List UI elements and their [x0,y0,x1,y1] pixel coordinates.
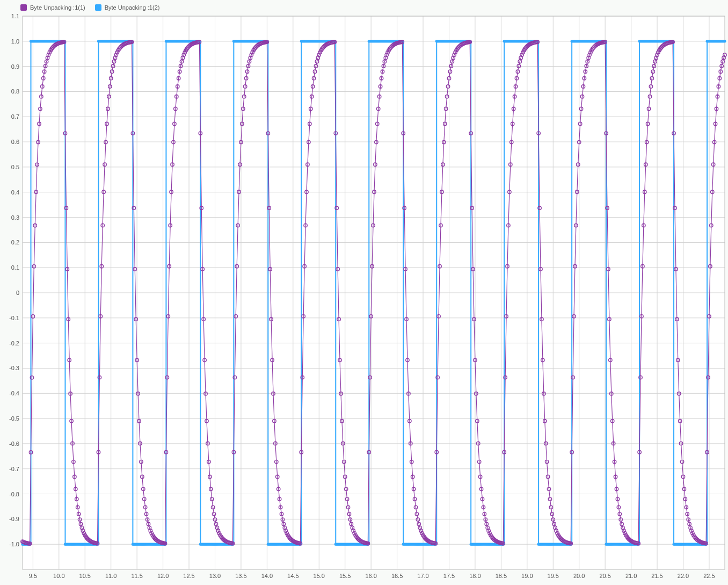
x-tick-label: 11.5 [131,573,142,579]
x-tick-label: 19.0 [521,573,533,579]
x-tick-label: 11.0 [105,573,117,579]
x-tick-label: 10.5 [79,573,91,579]
y-tick-label: 0.8 [11,88,19,95]
x-tick-label: 18.5 [496,573,507,579]
svg-point-726 [723,40,726,42]
x-tick-label: 20.0 [573,573,585,579]
y-tick-label: 0.4 [11,189,19,196]
y-tick-label: 0.3 [11,214,19,221]
x-tick-label: 9.5 [29,573,37,579]
x-tick-label: 17.0 [417,573,428,579]
y-tick-label: 0.2 [11,239,19,245]
x-tick-label: 16.5 [391,573,403,579]
x-tick-label: 22.5 [703,573,715,579]
y-tick-label: -0.4 [9,390,19,396]
y-tick-label: -0.1 [9,315,19,321]
y-tick-label: 0.7 [11,113,19,120]
x-tick-label: 12.5 [183,573,194,579]
y-tick-label: 0.9 [11,63,19,70]
x-tick-label: 20.5 [599,573,610,579]
y-tick-label: 0.5 [11,164,19,170]
y-tick-label: -0.7 [9,466,19,472]
y-tick-label: 1.0 [11,38,19,45]
x-tick-label: 21.5 [651,573,663,579]
x-tick-label: 14.0 [261,573,273,579]
x-tick-label: 14.5 [287,573,299,579]
y-tick-label: 0 [16,290,19,296]
x-tick-label: 15.5 [339,573,351,579]
x-tick-label: 17.5 [443,573,455,579]
y-tick-label: -0.2 [9,340,19,346]
y-tick-label: -0.8 [9,491,19,497]
chart-container: Byte Unpacking :1(1) Byte Unpacking :1(2… [0,0,728,585]
x-tick-label: 13.5 [235,573,246,579]
y-tick-label: -0.6 [9,440,19,447]
y-tick-label: -0.3 [9,365,19,371]
plot-svg: 9.510.010.511.011.512.012.513.013.514.01… [0,0,728,585]
x-tick-label: 21.0 [625,573,637,579]
y-tick-label: -0.9 [9,516,19,522]
x-tick-label: 18.0 [469,573,481,579]
y-tick-label: 1.1 [11,13,19,19]
y-tick-label: -0.5 [9,415,19,422]
y-tick-label: -1.0 [9,541,19,547]
y-tick-label: 0.6 [11,139,19,145]
x-tick-label: 15.0 [314,573,325,579]
x-tick-label: 10.0 [53,573,64,579]
y-tick-label: 0.1 [11,264,19,271]
x-tick-label: 13.0 [209,573,221,579]
x-tick-label: 16.0 [365,573,376,579]
x-tick-label: 12.0 [157,573,169,579]
x-tick-label: 22.0 [678,573,689,579]
x-tick-label: 19.5 [548,573,559,579]
